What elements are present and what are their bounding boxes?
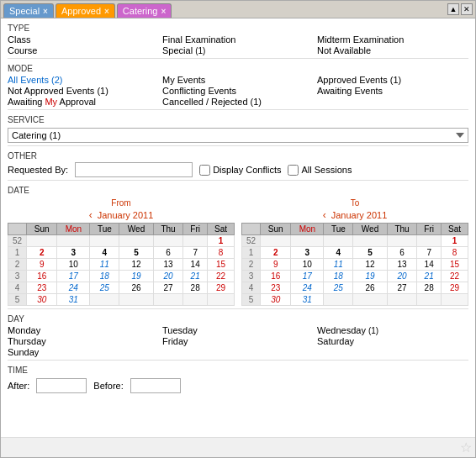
requested-by-input[interactable] xyxy=(75,162,193,177)
type-class[interactable]: Class xyxy=(8,34,159,45)
mode-all-events[interactable]: All Events (2) xyxy=(8,75,159,85)
calendar-day[interactable]: 25 xyxy=(90,282,119,294)
calendar-day[interactable]: 9 xyxy=(27,259,57,271)
calendar-day[interactable]: 3 xyxy=(291,247,324,259)
calendar-day[interactable]: 31 xyxy=(291,294,324,306)
calendar-day[interactable]: 17 xyxy=(57,271,90,282)
calendar-day[interactable]: 29 xyxy=(442,282,468,294)
calendar-day[interactable]: 22 xyxy=(442,271,468,282)
calendar-day[interactable]: 12 xyxy=(353,259,388,271)
calendar-day[interactable]: 4 xyxy=(90,247,119,259)
calendar-day[interactable]: 23 xyxy=(27,282,57,294)
calendar-day[interactable]: 28 xyxy=(417,282,442,294)
calendar-day[interactable]: 27 xyxy=(153,282,182,294)
day-wednesday[interactable]: Wednesday (1) xyxy=(317,325,468,335)
calendar-day[interactable]: 22 xyxy=(208,271,235,282)
day-thursday[interactable]: Thursday xyxy=(8,336,159,346)
calendar-day[interactable]: 7 xyxy=(417,247,442,259)
day-tuesday[interactable]: Tuesday xyxy=(162,325,314,335)
calendar-day[interactable]: 3 xyxy=(57,247,90,259)
calendar-day[interactable]: 30 xyxy=(27,294,57,306)
tab-approved-close[interactable]: × xyxy=(104,7,109,16)
calendar-day[interactable]: 25 xyxy=(324,282,353,294)
before-input[interactable] xyxy=(130,378,181,393)
calendar-day[interactable]: 8 xyxy=(208,247,235,259)
mode-not-approved[interactable]: Not Approved Events (1) xyxy=(8,86,159,96)
calendar-day[interactable]: 2 xyxy=(27,247,57,259)
to-prev-arrow[interactable]: ‹ xyxy=(323,209,326,221)
type-course[interactable]: Course xyxy=(8,45,159,55)
calendar-day[interactable]: 6 xyxy=(387,247,416,259)
day-friday[interactable]: Friday xyxy=(162,336,314,346)
mode-awaiting-events[interactable]: Awaiting Events xyxy=(317,86,468,96)
calendar-day[interactable]: 16 xyxy=(27,271,57,282)
tab-special-close[interactable]: × xyxy=(43,7,48,16)
calendar-day[interactable]: 18 xyxy=(90,271,119,282)
calendar-day[interactable]: 5 xyxy=(353,247,388,259)
calendar-day[interactable]: 4 xyxy=(324,247,353,259)
calendar-day[interactable]: 10 xyxy=(57,259,90,271)
type-midterm-exam[interactable]: Midterm Examination xyxy=(317,34,468,45)
calendar-day[interactable]: 26 xyxy=(119,282,154,294)
calendar-day[interactable]: 11 xyxy=(324,259,353,271)
calendar-day[interactable]: 24 xyxy=(57,282,90,294)
day-monday[interactable]: Monday xyxy=(8,325,159,335)
mode-conflicting[interactable]: Conflicting Events xyxy=(162,86,314,96)
calendar-day[interactable]: 27 xyxy=(387,282,416,294)
display-conflicts-checkbox[interactable] xyxy=(199,165,210,176)
tab-up-button[interactable]: ▲ xyxy=(447,3,459,15)
tab-approved[interactable]: Approved × xyxy=(56,3,115,18)
calendar-day[interactable]: 12 xyxy=(119,259,154,271)
calendar-day[interactable]: 19 xyxy=(119,271,154,282)
calendar-day[interactable]: 23 xyxy=(261,282,291,294)
tab-special[interactable]: Special × xyxy=(3,3,54,18)
calendar-day[interactable]: 29 xyxy=(208,282,235,294)
calendar-day[interactable]: 7 xyxy=(183,247,208,259)
calendar-day[interactable]: 20 xyxy=(153,271,182,282)
calendar-day[interactable]: 6 xyxy=(153,247,182,259)
calendar-day[interactable]: 14 xyxy=(417,259,442,271)
calendar-day[interactable]: 21 xyxy=(417,271,442,282)
calendar-day[interactable]: 1 xyxy=(208,235,235,247)
calendar-day[interactable]: 1 xyxy=(442,235,468,247)
day-saturday[interactable]: Saturday xyxy=(317,336,468,346)
all-sessions-checkbox[interactable] xyxy=(288,165,299,176)
calendar-day[interactable]: 14 xyxy=(183,259,208,271)
type-not-available[interactable]: Not Available xyxy=(317,45,468,55)
calendar-day[interactable]: 31 xyxy=(57,294,90,306)
type-final-exam[interactable]: Final Examination xyxy=(162,34,314,45)
tab-catering[interactable]: Catering × xyxy=(117,3,172,18)
calendar-day[interactable]: 21 xyxy=(183,271,208,282)
service-select[interactable]: Catering (1) All Services xyxy=(8,128,468,143)
calendar-day[interactable]: 10 xyxy=(291,259,324,271)
from-prev-arrow[interactable]: ‹ xyxy=(89,209,93,221)
tab-catering-close[interactable]: × xyxy=(161,7,166,16)
calendar-day[interactable]: 5 xyxy=(119,247,154,259)
calendar-day[interactable]: 30 xyxy=(261,294,291,306)
type-special[interactable]: Special (1) xyxy=(162,45,314,55)
calendar-day[interactable]: 15 xyxy=(442,259,468,271)
star-icon[interactable]: ☆ xyxy=(460,440,472,455)
calendar-day[interactable]: 28 xyxy=(183,282,208,294)
calendar-day[interactable]: 11 xyxy=(90,259,119,271)
calendar-day[interactable]: 18 xyxy=(324,271,353,282)
mode-approved-events[interactable]: Approved Events (1) xyxy=(317,75,468,85)
mode-awaiting-approval[interactable]: Awaiting My Approval xyxy=(8,97,159,107)
calendar-day[interactable]: 13 xyxy=(153,259,182,271)
mode-cancelled[interactable]: Cancelled / Rejected (1) xyxy=(162,97,314,107)
tab-x-button[interactable]: ✕ xyxy=(461,3,473,15)
calendar-day[interactable]: 13 xyxy=(387,259,416,271)
calendar-day[interactable]: 26 xyxy=(353,282,388,294)
calendar-day[interactable]: 20 xyxy=(387,271,416,282)
calendar-day[interactable]: 24 xyxy=(291,282,324,294)
calendar-day[interactable]: 19 xyxy=(353,271,388,282)
calendar-day[interactable]: 2 xyxy=(261,247,291,259)
day-sunday[interactable]: Sunday xyxy=(8,347,159,357)
calendar-day[interactable]: 17 xyxy=(291,271,324,282)
mode-my-events[interactable]: My Events xyxy=(162,75,314,85)
calendar-day[interactable]: 15 xyxy=(208,259,235,271)
calendar-day[interactable]: 8 xyxy=(442,247,468,259)
calendar-day[interactable]: 16 xyxy=(261,271,291,282)
calendar-day[interactable]: 9 xyxy=(261,259,291,271)
after-input[interactable] xyxy=(36,378,87,393)
